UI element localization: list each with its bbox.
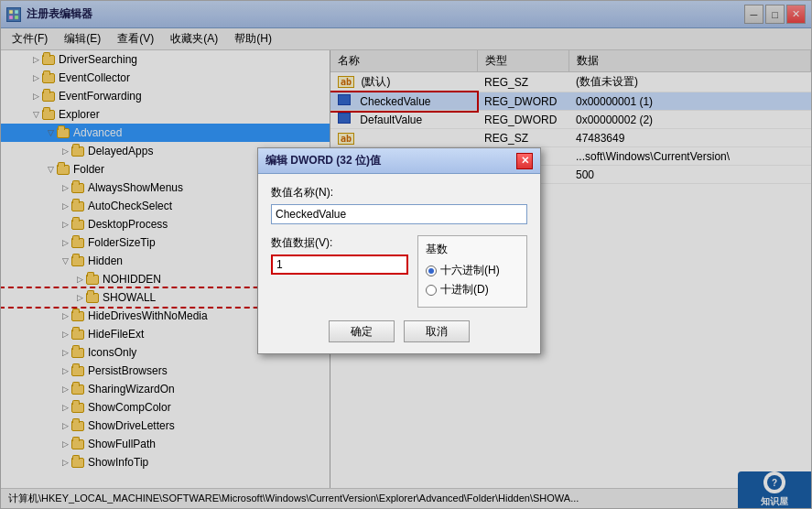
dialog-title-bar: 编辑 DWORD (32 位)值 ✕ xyxy=(258,148,540,174)
dialog-ok-button[interactable]: 确定 xyxy=(329,320,395,342)
edit-dword-dialog: 编辑 DWORD (32 位)值 ✕ 数值名称(N): 数值数据(V): 基数 xyxy=(257,147,541,354)
dialog-value-section: 数值数据(V): xyxy=(271,235,408,275)
dialog-close-button[interactable]: ✕ xyxy=(516,153,533,169)
radio-hex-label: 十六进制(H) xyxy=(440,263,500,278)
dialog-radix-title: 基数 xyxy=(426,242,519,257)
radio-dec[interactable]: 十进制(D) xyxy=(426,282,519,298)
dialog-cancel-button[interactable]: 取消 xyxy=(404,320,470,342)
dialog-buttons: 确定 取消 xyxy=(271,320,527,342)
dialog-value-label: 数值数据(V): xyxy=(271,235,408,251)
dialog-name-label: 数值名称(N): xyxy=(271,185,527,200)
dialog-body: 数值名称(N): 数值数据(V): 基数 十六进制(H) xyxy=(258,174,540,353)
dialog-value-row: 数值数据(V): 基数 十六进制(H) 十进制(D) xyxy=(271,235,527,308)
radio-dec-btn[interactable] xyxy=(426,285,437,296)
registry-editor-window: 注册表编辑器 ─ □ ✕ 文件(F) 编辑(E) 查看(V) 收藏夹(A) 帮助… xyxy=(0,0,812,509)
dialog-value-input[interactable] xyxy=(271,254,408,275)
radio-dec-label: 十进制(D) xyxy=(440,282,489,298)
radio-hex[interactable]: 十六进制(H) xyxy=(426,263,519,278)
dialog-name-input[interactable] xyxy=(271,204,527,224)
dialog-title-text: 编辑 DWORD (32 位)值 xyxy=(265,153,381,168)
dialog-radix-section: 基数 十六进制(H) 十进制(D) xyxy=(417,235,527,308)
dialog-overlay: 编辑 DWORD (32 位)值 ✕ 数值名称(N): 数值数据(V): 基数 xyxy=(1,1,811,508)
radio-hex-btn[interactable] xyxy=(426,265,437,276)
